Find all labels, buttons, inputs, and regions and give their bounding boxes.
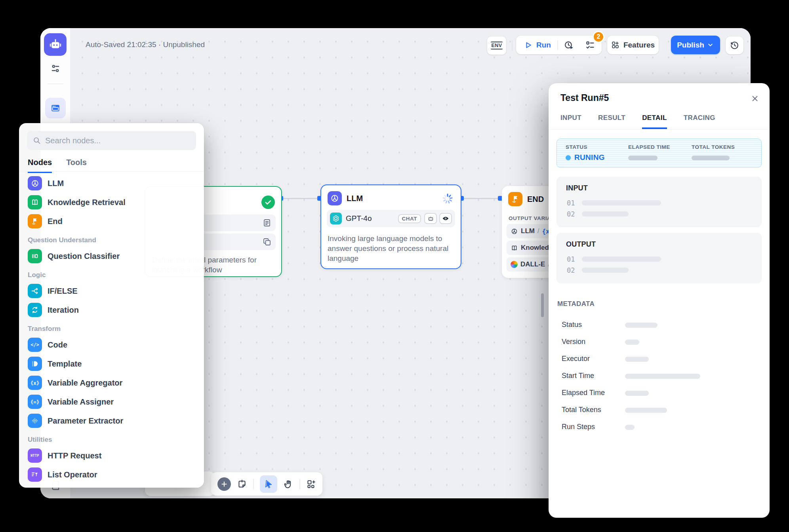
node-item-question-classifier[interactable]: Question Classifier: [25, 247, 201, 266]
output-card: OUTPUT 01 02: [556, 233, 762, 283]
node-item-parameter-extractor[interactable]: Parameter Extractor: [25, 411, 201, 430]
line-number: 02: [567, 266, 575, 274]
test-run-title: Test Run#5: [560, 93, 609, 103]
node-item-knowledge-retrieval[interactable]: Knowledge Retrieval: [25, 193, 201, 212]
workflow-settings-icon[interactable]: [50, 63, 61, 74]
loading-spinner-icon: [442, 193, 454, 205]
tabs-divider: [549, 129, 770, 129]
llm-mini-icon: [511, 228, 518, 235]
meta-total-tokens-label: Total Tokens: [562, 406, 601, 414]
notification-badge[interactable]: 2: [593, 31, 604, 43]
node-item-iteration[interactable]: Iteration: [25, 300, 201, 319]
line-number: 02: [567, 210, 575, 218]
total-tokens-skeleton: [692, 156, 730, 160]
autosave-status: Auto-Saved 21:02:35 · Unpublished: [86, 40, 205, 49]
tab-input[interactable]: INPUT: [560, 114, 581, 129]
classifier-icon: [28, 249, 42, 263]
features-button[interactable]: Features: [607, 36, 659, 54]
vision-eye-icon[interactable]: [439, 213, 452, 224]
llm-node-title: LLM: [347, 194, 363, 203]
organize-nodes-button[interactable]: [306, 479, 316, 489]
variable-assigner-icon: {=}: [28, 395, 42, 409]
document-icon: [262, 218, 272, 228]
env-button[interactable]: ENV: [487, 36, 506, 55]
running-dot-icon: [566, 155, 571, 160]
node-item-end[interactable]: End: [25, 212, 201, 231]
dalle-icon: [511, 261, 518, 268]
meta-skeleton: [625, 425, 635, 430]
env-icon: ENV: [491, 42, 503, 49]
sidebar-item-panel-active[interactable]: [45, 98, 66, 118]
close-icon[interactable]: [751, 94, 759, 103]
grid-plus-icon: [611, 41, 619, 49]
meta-skeleton: [625, 391, 649, 396]
section-utilities: Utilities: [25, 430, 201, 446]
run-group-divider: [557, 40, 558, 50]
run-status-card: STATUS RUNING ELAPSED TIME TOTAL TOKENS: [556, 139, 762, 168]
book-icon: [28, 195, 42, 209]
add-note-button[interactable]: [237, 479, 247, 489]
checklist-icon[interactable]: [585, 40, 595, 50]
meta-status-label: Status: [562, 321, 582, 329]
meta-run-steps-label: Run Steps: [562, 423, 595, 431]
code-icon: </>: [28, 338, 42, 352]
output-skeleton: [582, 256, 661, 262]
llm-node-description: Invoking large language models to answer…: [328, 234, 455, 263]
line-number: 01: [567, 199, 575, 207]
meta-skeleton: [625, 374, 700, 379]
node-search-box[interactable]: [27, 131, 196, 150]
model-selector[interactable]: GPT-4o CHAT: [327, 210, 455, 227]
hand-mode-button[interactable]: [283, 479, 293, 489]
model-name: GPT-4o: [346, 214, 398, 223]
list-filter-icon: [28, 467, 42, 482]
node-item-ifelse[interactable]: IF/ELSE: [25, 281, 201, 300]
output-title: OUTPUT: [566, 240, 596, 249]
node-item-llm[interactable]: LLM: [25, 174, 201, 193]
book-mini-icon: [511, 244, 518, 252]
node-item-template[interactable]: Template: [25, 354, 201, 373]
search-icon: [32, 136, 41, 145]
run-history-timer-icon[interactable]: [564, 40, 574, 50]
tab-detail[interactable]: DETAIL: [642, 114, 667, 129]
node-item-variable-assigner[interactable]: {=} Variable Assigner: [25, 392, 201, 411]
flag-icon: [28, 214, 42, 228]
elapsed-time-skeleton: [628, 156, 658, 160]
add-node-button[interactable]: [217, 477, 231, 491]
clock-restore-icon: [730, 40, 739, 50]
output-skeleton: [582, 268, 629, 273]
topbar-divider: [512, 40, 513, 51]
llm-node-icon: [328, 191, 342, 205]
app-logo[interactable]: [44, 33, 67, 56]
canvas-scroll-indicator[interactable]: [541, 293, 544, 317]
tab-tracing[interactable]: TRACING: [684, 114, 715, 129]
version-history-button[interactable]: [726, 36, 743, 54]
test-run-panel: Test Run#5 INPUT RESULT DETAIL TRACING S…: [549, 83, 770, 518]
node-search-panel: Nodes Tools LLM Knowledge Retrieval: [19, 123, 204, 488]
node-item-list-operator[interactable]: List Operator: [25, 465, 201, 484]
search-input[interactable]: [45, 136, 191, 145]
edge-start-to-llm: [283, 198, 321, 199]
meta-skeleton: [625, 408, 667, 413]
robot-mini-icon[interactable]: [424, 213, 437, 224]
node-item-code[interactable]: </> Code: [25, 335, 201, 354]
tabs-divider: [19, 171, 204, 171]
run-button[interactable]: Run: [516, 41, 557, 49]
total-tokens-label: TOTAL TOKENS: [692, 144, 735, 150]
sidebar-divider: [48, 84, 63, 84]
node-item-http-request[interactable]: HTTP HTTP Request: [25, 446, 201, 465]
publish-button[interactable]: Publish: [671, 36, 720, 54]
pointer-mode-button[interactable]: [260, 475, 277, 493]
tab-result[interactable]: RESULT: [598, 114, 625, 129]
meta-skeleton: [625, 323, 658, 328]
section-question-understand: Question Understand: [25, 231, 201, 247]
canvas-toolbar: [211, 472, 322, 496]
meta-start-time-label: Start Time: [562, 372, 594, 380]
llm-node[interactable]: LLM GPT-4o CHAT: [320, 184, 461, 269]
input-card: INPUT 01 02: [556, 177, 762, 227]
node-item-variable-aggregator[interactable]: {x} Variable Aggregator: [25, 373, 201, 392]
success-check-icon: [261, 196, 275, 209]
loop-icon: [28, 303, 42, 317]
meta-version-label: Version: [562, 338, 585, 346]
toolbar-divider: [299, 479, 300, 489]
parameter-extractor-icon: [28, 414, 42, 428]
